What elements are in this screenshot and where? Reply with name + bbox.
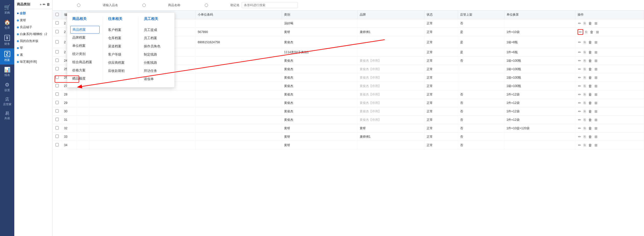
copy-button[interactable]: ⎘ [583, 58, 586, 63]
dropdown-item-combo-product[interactable]: 组合商品档案 [72, 58, 98, 66]
copy-button[interactable]: ⎘ [583, 126, 586, 131]
edit-button[interactable]: ✏ [578, 143, 582, 148]
copy-button[interactable]: ⎘ [583, 100, 586, 105]
delete-button[interactable]: 🗑 [588, 58, 592, 63]
more-button[interactable]: ⊞ [594, 92, 598, 97]
radio-option-product-name[interactable]: 商品名称 [121, 3, 180, 7]
sidebar-item-shopkeeper[interactable]: 店 店管家 [0, 95, 14, 109]
delete-button[interactable]: 🗑 [589, 29, 594, 35]
search-input[interactable] [242, 2, 298, 8]
edit-button[interactable]: ✏ [578, 100, 582, 105]
edit-button[interactable]: ✏ [578, 83, 582, 89]
row-checkbox[interactable] [55, 118, 59, 121]
dropdown-item-customer-level[interactable]: 客户等级 [108, 50, 133, 59]
row-checkbox[interactable] [55, 59, 59, 62]
row-checkbox[interactable] [55, 92, 59, 96]
category-item-5[interactable]: 素 [14, 51, 52, 58]
edit-button[interactable]: ✏ [578, 109, 582, 114]
more-button[interactable]: ⊞ [594, 83, 598, 89]
category-item-1[interactable]: 良品铺子 [14, 24, 52, 31]
delete-button[interactable]: 🗑 [588, 75, 592, 80]
more-button[interactable]: ⊞ [594, 143, 598, 148]
dropdown-item-channel-archive[interactable]: 渠道档案 [108, 42, 133, 50]
more-button[interactable]: ⊞ [594, 75, 598, 80]
more-button[interactable]: ⊞ [595, 29, 600, 35]
dropdown-item-supplier-archive[interactable]: 供应商档案 [108, 59, 133, 67]
row-checkbox[interactable] [55, 101, 59, 104]
edit-button[interactable]: ✏ [578, 117, 582, 122]
more-button[interactable]: ⊞ [594, 100, 598, 105]
delete-button[interactable]: 🗑 [588, 50, 592, 55]
dropdown-item-receivable-initial[interactable]: 应收款期初 [108, 67, 133, 75]
delete-button[interactable]: 🗑 [588, 21, 592, 26]
row-checkbox[interactable] [55, 67, 59, 70]
delete-button[interactable]: 🗑 [588, 134, 592, 139]
edit-button[interactable]: ✏ [578, 126, 582, 131]
edit-button[interactable]: ✏ [578, 40, 582, 45]
dropdown-item-product-archive[interactable]: 商品档案 [70, 26, 100, 34]
radio-option-name[interactable]: 请输入品名 [56, 3, 118, 7]
delete-button[interactable]: 🗑 [588, 143, 592, 148]
copy-button[interactable]: ⎘ [583, 21, 586, 26]
dropdown-item-staff-commission[interactable]: 员工提成 [144, 26, 169, 34]
category-item-0[interactable]: 黄呀 [14, 17, 52, 24]
more-button[interactable]: ⊞ [594, 134, 598, 139]
edit-button[interactable]: ✏ [578, 92, 582, 97]
delete-button[interactable]: 🗑 [588, 117, 592, 122]
dropdown-item-visit-task[interactable]: 拜访任务 [144, 67, 169, 75]
dropdown-item-price-plan[interactable]: 价格方案 [72, 66, 98, 74]
category-item-all[interactable]: ■ 全部 [14, 10, 52, 17]
dropdown-item-brand-archive[interactable]: 品牌档案 [72, 34, 98, 42]
row-checkbox[interactable] [55, 50, 59, 53]
sidebar-item-archive[interactable]: Z 档案 [0, 48, 14, 65]
edit-button[interactable]: ✏ [578, 58, 582, 63]
delete-button[interactable]: 🗑 [588, 100, 592, 105]
category-item-6[interactable]: 味芝脆[停用] [14, 58, 52, 65]
row-checkbox[interactable] [55, 126, 59, 130]
copy-button[interactable]: ⎘ [583, 109, 586, 114]
more-button[interactable]: ⊞ [594, 117, 598, 122]
select-all-checkbox[interactable] [55, 13, 59, 16]
edit-button[interactable]: ✏ [578, 75, 582, 80]
delete-button[interactable]: 🗑 [588, 40, 592, 45]
sidebar-item-warehouse[interactable]: 🏠 仓库 [0, 17, 14, 32]
dropdown-item-leave-form[interactable]: 请假单 [144, 75, 169, 83]
sidebar-item-purchase[interactable]: 🛒 采购 [0, 2, 14, 17]
delete-button[interactable]: 🗑 [588, 83, 592, 89]
delete-button[interactable]: 🗑 [588, 126, 592, 131]
more-button[interactable]: ⊞ [594, 109, 598, 114]
dropdown-item-assign-route[interactable]: 分配线路 [144, 59, 169, 67]
more-button[interactable]: ⊞ [594, 67, 598, 72]
edit-button[interactable]: ✏ [578, 67, 582, 72]
sidebar-item-settings[interactable]: ⚙ 设置 [0, 80, 14, 95]
row-checkbox[interactable] [55, 84, 59, 87]
category-item-2[interactable]: 白象系列-螺蛳粉（2 [14, 31, 52, 38]
row-checkbox[interactable] [55, 30, 59, 33]
dropdown-item-customer-archive[interactable]: 客户档案 [108, 26, 133, 34]
sidebar-item-finance[interactable]: ¥ 财务 [0, 32, 14, 48]
delete-button[interactable]: 🗑 [588, 109, 592, 114]
more-button[interactable]: ⊞ [594, 126, 598, 131]
copy-button[interactable]: ⎘ [583, 92, 586, 97]
dropdown-item-unit-archive[interactable]: 单位档案 [72, 42, 98, 50]
row-checkbox[interactable] [55, 135, 59, 138]
copy-button[interactable]: ⎘ [583, 75, 586, 80]
radio-option-alias[interactable]: 助记名 [183, 3, 240, 7]
copy-button[interactable]: ⎘ [583, 134, 586, 139]
copy-button[interactable]: ⎘ [583, 117, 586, 122]
dropdown-item-stats-category[interactable]: 统计类别 [72, 50, 98, 58]
dropdown-item-warehouse-archive[interactable]: 仓库档案 [108, 34, 133, 42]
delete-button[interactable]: 🗑 [588, 92, 592, 97]
add-category-icon[interactable]: + [40, 3, 42, 6]
dropdown-item-operator-role[interactable]: 操作员角色 [144, 42, 169, 50]
copy-button[interactable]: ⎘ [583, 50, 586, 55]
dropdown-item-gift-quota[interactable]: 赠品额度 [72, 74, 98, 83]
edit-button[interactable]: ✏ [578, 29, 583, 35]
sidebar-item-report[interactable]: 📊 报表 [0, 65, 14, 80]
category-item-3[interactable]: 我的自热米饭 [14, 38, 52, 45]
sidebar-item-zhouyi[interactable]: 易 舟易 [0, 109, 14, 123]
copy-button[interactable]: ⎘ [583, 83, 586, 89]
edit-category-icon[interactable]: ✏ [43, 3, 45, 6]
edit-button[interactable]: ✏ [578, 50, 582, 55]
delete-category-icon[interactable]: 🗑 [46, 3, 50, 6]
